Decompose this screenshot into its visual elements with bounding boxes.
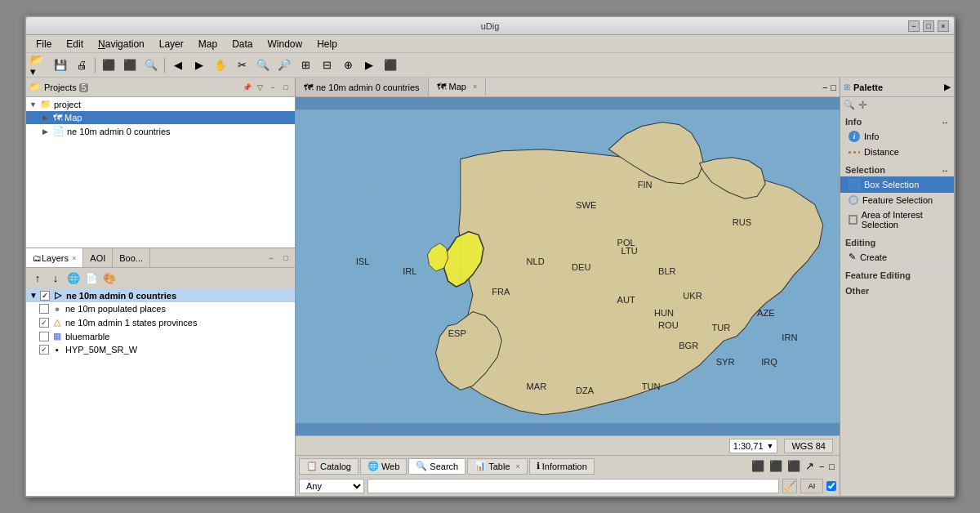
minimize-button[interactable]: −	[908, 20, 920, 32]
search-type-select[interactable]: Any	[299, 479, 364, 493]
search-ai-checkbox[interactable]	[826, 481, 836, 491]
search-input[interactable]	[368, 479, 779, 493]
tab-search[interactable]: 🔍 Search	[408, 458, 466, 475]
palette-section-other: Other	[840, 284, 954, 297]
layer-checkbox[interactable]	[39, 332, 49, 341]
info-section-collapse[interactable]: ↔	[941, 118, 949, 127]
palette-feature-selection-item[interactable]: Feature Selection	[840, 193, 954, 207]
palette-box-selection-item[interactable]: Box Selection	[840, 176, 954, 193]
toolbar-zoom-extent[interactable]: ⊞	[296, 56, 315, 74]
layer-add-btn[interactable]: 🌐	[65, 270, 82, 286]
bottom-btn1[interactable]: ⬛	[751, 460, 764, 472]
search-clear-btn[interactable]: 🧹	[782, 479, 797, 493]
layer-checkbox[interactable]: ✓	[39, 345, 49, 355]
tab-catalog[interactable]: 📋 Catalog	[299, 458, 359, 475]
layers-panel: 🗂 Layers × AOI Boo... − □ ↑ ↓ 🌐 📄 🎨	[26, 248, 295, 496]
tab-layers[interactable]: 🗂 Layers ×	[26, 248, 83, 267]
tab-boo[interactable]: Boo...	[113, 248, 150, 267]
map-tab-close-btn[interactable]: ×	[473, 83, 477, 91]
bottom-min[interactable]: −	[819, 462, 824, 471]
menu-data[interactable]: Data	[225, 37, 259, 51]
svg-text:LTU: LTU	[621, 246, 638, 256]
list-item[interactable]: ● ne 10m populated places	[26, 302, 295, 315]
tab-ne10m[interactable]: 🗺 ne 10m admin 0 countries	[296, 78, 429, 96]
list-item[interactable]: ✓ ▪ HYP_50M_SR_W	[26, 343, 295, 356]
close-button[interactable]: ×	[938, 20, 949, 32]
list-item[interactable]: ▦ bluemarble	[26, 329, 295, 343]
layer-up-btn[interactable]: ↑	[29, 270, 46, 286]
scale-selector[interactable]: 1:30,71 ▼	[729, 439, 778, 453]
toolbar-more[interactable]: ⬛	[381, 56, 400, 74]
tab-map[interactable]: 🗺 Map ×	[429, 78, 487, 96]
menu-help[interactable]: Help	[310, 37, 344, 51]
layer-down-btn[interactable]: ↓	[47, 270, 64, 286]
menu-edit[interactable]: Edit	[60, 37, 90, 51]
table-tab-close[interactable]: ×	[516, 462, 520, 471]
maximize-button[interactable]: □	[923, 20, 934, 32]
toolbar-zoom-sel[interactable]: ⊕	[338, 56, 358, 74]
menu-window[interactable]: Window	[261, 37, 309, 51]
toolbar-print[interactable]: 🖨	[72, 56, 91, 74]
tab-web[interactable]: 🌐 Web	[360, 458, 407, 475]
projects-min-btn[interactable]: −	[267, 82, 278, 93]
bottom-btn4[interactable]: ↗	[805, 460, 814, 472]
list-item[interactable]: ✓ △ ne 10m admin 1 states provinces	[26, 315, 295, 329]
projects-max-btn[interactable]: □	[280, 82, 292, 93]
layer-checkbox[interactable]: ✓	[40, 291, 50, 301]
toolbar-import[interactable]: ⬛	[99, 56, 118, 74]
toolbar-save[interactable]: 💾	[51, 56, 70, 74]
map-panel-min[interactable]: −	[822, 83, 827, 92]
layer-style-btn[interactable]: 🎨	[101, 270, 118, 286]
menu-map[interactable]: Map	[192, 37, 224, 51]
palette-collapse-btn[interactable]: ▶	[944, 82, 951, 92]
search-ai-btn[interactable]: AI	[800, 479, 823, 493]
bottom-btn2[interactable]: ⬛	[769, 460, 782, 472]
layers-min-btn[interactable]: −	[265, 252, 277, 264]
map-viewport[interactable]: IRL ISL SWE FIN RUS POL DEU NLD FRA ESP …	[296, 97, 840, 435]
tab-aoi[interactable]: AOI	[83, 248, 113, 267]
table-icon: 📊	[474, 461, 486, 471]
layers-tab-close[interactable]: ×	[72, 254, 76, 262]
toolbar-zoom-layer[interactable]: ⊟	[317, 56, 336, 74]
layer-remove-btn[interactable]: 📄	[83, 270, 100, 286]
toolbar-zoomin[interactable]: 🔍	[253, 56, 273, 74]
bottom-tabs-bar: 📋 Catalog 🌐 Web 🔍 Search 📊 Table ×	[296, 455, 840, 476]
toolbar-play[interactable]: ▶	[359, 56, 379, 74]
layer-checkbox[interactable]	[39, 304, 49, 314]
project-icon: 📁	[40, 99, 51, 109]
toolbar-forward[interactable]: ▶	[189, 56, 209, 74]
toolbar-pan[interactable]: ✋	[211, 56, 230, 74]
toolbar-export[interactable]: ⬛	[120, 56, 140, 74]
bottom-max[interactable]: □	[829, 462, 835, 471]
layer-checkbox[interactable]: ✓	[39, 318, 49, 328]
toolbar-zoomout[interactable]: 🔎	[274, 56, 294, 74]
toolbar-back[interactable]: ◀	[168, 56, 188, 74]
palette-distance-item[interactable]: Distance	[840, 145, 954, 159]
selection-section-collapse[interactable]: ↔	[941, 166, 949, 175]
tab-table[interactable]: 📊 Table ×	[467, 458, 528, 475]
scale-dropdown-icon[interactable]: ▼	[767, 442, 774, 450]
palette-area-selection-item[interactable]: Area of Interest Selection	[840, 207, 954, 232]
list-item[interactable]: ▼ ✓ ▷ ne 10m admin 0 countries	[26, 288, 295, 302]
tree-layer[interactable]: ▶ 📄 ne 10m admin 0 countries	[26, 124, 295, 138]
tab-information[interactable]: ℹ Information	[529, 458, 595, 475]
menu-file[interactable]: File	[29, 37, 58, 51]
palette-info-item[interactable]: i Info	[840, 128, 954, 145]
toolbar-sep2	[164, 58, 165, 73]
info-item-label: Info	[864, 132, 879, 141]
tree-map[interactable]: ▶ 🗺 Map	[26, 111, 295, 124]
palette-create-item[interactable]: ✎ Create	[840, 249, 954, 265]
layers-max-btn[interactable]: □	[280, 252, 292, 264]
menu-layer[interactable]: Layer	[153, 37, 190, 51]
toolbar-cut[interactable]: ✂	[232, 56, 252, 74]
projects-pin-btn[interactable]: 📌	[241, 82, 252, 93]
other-section-header: Other	[840, 284, 954, 297]
projects-nav-btn[interactable]: ▽	[254, 82, 265, 93]
tree-project[interactable]: ▼ 📁 project	[26, 97, 295, 111]
bottom-btn3[interactable]: ⬛	[787, 460, 800, 472]
map-panel-max[interactable]: □	[831, 83, 836, 92]
toolbar-view[interactable]: 🔍	[141, 56, 161, 74]
toolbar-new[interactable]: 📂▾	[29, 56, 49, 74]
menu-navigation[interactable]: Navigation	[91, 37, 151, 51]
svg-text:BLR: BLR	[658, 266, 676, 276]
